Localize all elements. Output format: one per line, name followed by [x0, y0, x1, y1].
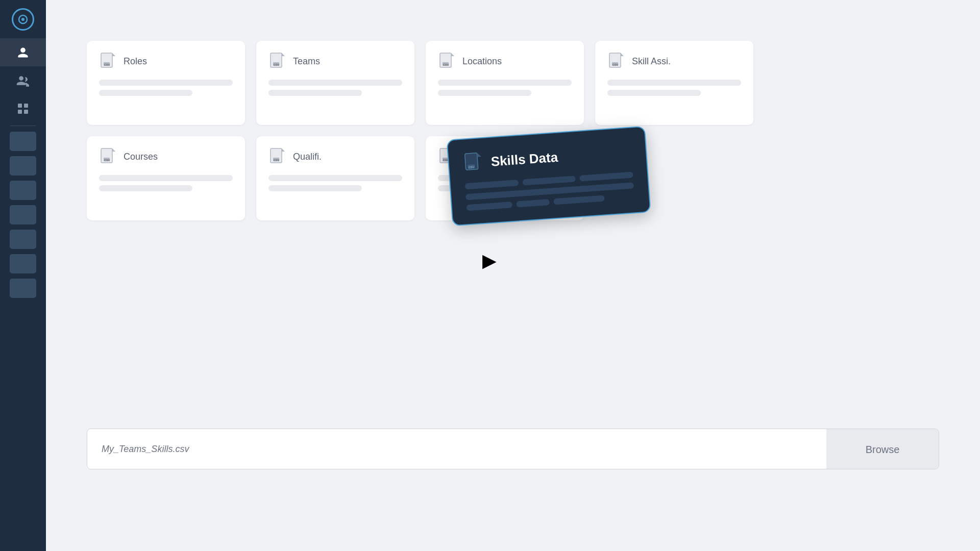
csv-icon: CSV	[268, 147, 287, 166]
card-courses[interactable]: CSV Courses	[87, 136, 245, 220]
sidebar-divider	[10, 126, 36, 126]
app-logo-icon	[12, 8, 34, 31]
card-qualifi-header: CSV Qualifi.	[268, 147, 402, 166]
card-roles[interactable]: CSV Roles	[87, 41, 245, 125]
card-qualifi-bar-2	[268, 185, 362, 191]
card-locations-bar-2	[438, 90, 531, 96]
file-name-section: My_Teams_Skills.csv	[87, 429, 826, 469]
floating-bar-seg-4	[467, 202, 513, 211]
floating-bar-seg-3	[579, 171, 633, 181]
floating-bar-seg-6	[553, 195, 605, 205]
svg-text:CSV: CSV	[274, 63, 280, 66]
svg-rect-3	[24, 104, 28, 108]
card-skill-assi[interactable]: CSV Skill Assi.	[595, 41, 753, 125]
card-locations[interactable]: CSV Locations	[426, 41, 584, 125]
floating-bar-seg-1	[465, 180, 519, 189]
sidebar-item-user[interactable]	[0, 38, 46, 66]
svg-rect-2	[18, 104, 22, 108]
card-locations-bar-1	[438, 80, 572, 86]
card-skill-assi-title: Skill Assi.	[632, 56, 671, 67]
floating-csv-icon: CSV	[462, 152, 484, 174]
card-locations-header: CSV Locations	[438, 52, 572, 70]
svg-rect-4	[18, 110, 22, 114]
csv-icon: CSV	[268, 52, 287, 70]
sidebar-nav-item-7[interactable]	[10, 279, 36, 298]
csv-icon: CSV	[99, 52, 117, 70]
card-teams-bar-2	[268, 90, 362, 96]
sidebar-item-users[interactable]	[0, 66, 46, 94]
mouse-cursor: ▶	[482, 250, 497, 271]
sidebar-nav-item-5[interactable]	[10, 230, 36, 249]
svg-point-1	[21, 18, 24, 21]
card-courses-bar-1	[99, 175, 233, 181]
card-courses-bar-2	[99, 185, 192, 191]
card-roles-bar-1	[99, 80, 233, 86]
floating-bar-seg-5	[516, 199, 550, 208]
sidebar-nav-item-4[interactable]	[10, 205, 36, 224]
card-courses-header: CSV Courses	[99, 147, 233, 166]
sidebar-nav-item-1[interactable]	[10, 132, 36, 151]
svg-text:CSV: CSV	[612, 63, 619, 66]
card-qualifi-bar-1	[268, 175, 402, 181]
main-content: CSV Roles CSV Teams	[46, 0, 980, 551]
card-skill-assi-bar-1	[607, 80, 741, 86]
floating-card-title: Skills Data	[491, 149, 558, 169]
svg-text:CSV: CSV	[104, 159, 110, 162]
svg-text:CSV: CSV	[104, 63, 110, 66]
sidebar	[0, 0, 46, 551]
card-teams-bar-1	[268, 80, 402, 86]
floating-skills-card[interactable]: CSV Skills Data	[447, 126, 651, 227]
card-teams[interactable]: CSV Teams	[256, 41, 414, 125]
csv-icon: CSV	[438, 52, 456, 70]
floating-card-header: CSV Skills Data	[462, 141, 632, 174]
card-roles-title: Roles	[124, 56, 147, 67]
file-name-display: My_Teams_Skills.csv	[102, 444, 189, 455]
card-locations-title: Locations	[462, 56, 502, 67]
card-teams-title: Teams	[293, 56, 320, 67]
csv-icon: CSV	[99, 147, 117, 166]
csv-icon: CSV	[607, 52, 626, 70]
svg-text:CSV: CSV	[443, 63, 449, 66]
svg-rect-5	[24, 110, 28, 114]
sidebar-nav-item-6[interactable]	[10, 254, 36, 273]
card-qualifi-title: Qualifi.	[293, 152, 322, 162]
card-skill-assi-bar-2	[607, 90, 701, 96]
card-courses-title: Courses	[124, 152, 158, 162]
floating-bar-seg-2	[522, 176, 576, 185]
card-roles-bar-2	[99, 90, 192, 96]
sidebar-item-grid[interactable]	[0, 94, 46, 122]
file-input-area: My_Teams_Skills.csv Browse	[87, 429, 939, 469]
browse-button[interactable]: Browse	[826, 429, 939, 469]
card-qualifi[interactable]: CSV Qualifi.	[256, 136, 414, 220]
svg-text:CSV: CSV	[274, 159, 280, 162]
svg-text:CSV: CSV	[469, 165, 475, 169]
sidebar-logo	[0, 0, 46, 38]
card-teams-header: CSV Teams	[268, 52, 402, 70]
card-skill-assi-header: CSV Skill Assi.	[607, 52, 741, 70]
sidebar-nav-item-3[interactable]	[10, 181, 36, 200]
card-roles-header: CSV Roles	[99, 52, 233, 70]
sidebar-nav-item-2[interactable]	[10, 156, 36, 176]
